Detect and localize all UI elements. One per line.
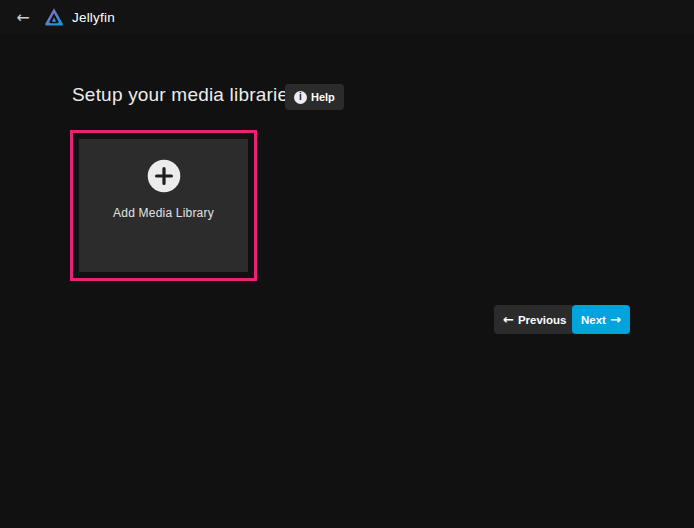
add-media-library-card-body: Add Media Library	[79, 139, 248, 272]
add-media-library-card[interactable]: Add Media Library	[70, 130, 257, 281]
plus-icon	[147, 159, 181, 193]
jellyfin-logo-icon	[43, 6, 65, 28]
help-button[interactable]: i Help	[285, 84, 344, 110]
help-button-label: Help	[311, 91, 335, 103]
add-media-library-label: Add Media Library	[113, 206, 214, 220]
previous-button[interactable]: ← Previous	[494, 305, 575, 334]
page-title: Setup your media libraries	[72, 84, 298, 106]
app-name: Jellyfin	[72, 10, 115, 25]
jellyfin-setup-wizard-screen: ← Jellyfin Setup your media libraries i …	[0, 0, 694, 528]
next-button[interactable]: Next →	[572, 305, 630, 334]
top-app-bar: ← Jellyfin	[0, 0, 694, 34]
arrow-left-icon: ←	[503, 313, 514, 326]
next-button-label: Next	[581, 314, 606, 326]
jellyfin-logo: Jellyfin	[43, 6, 115, 28]
back-button[interactable]: ←	[12, 6, 34, 28]
info-icon: i	[294, 91, 307, 104]
arrow-back-icon: ←	[16, 8, 29, 27]
arrow-right-icon: →	[610, 313, 621, 326]
previous-button-label: Previous	[518, 314, 567, 326]
